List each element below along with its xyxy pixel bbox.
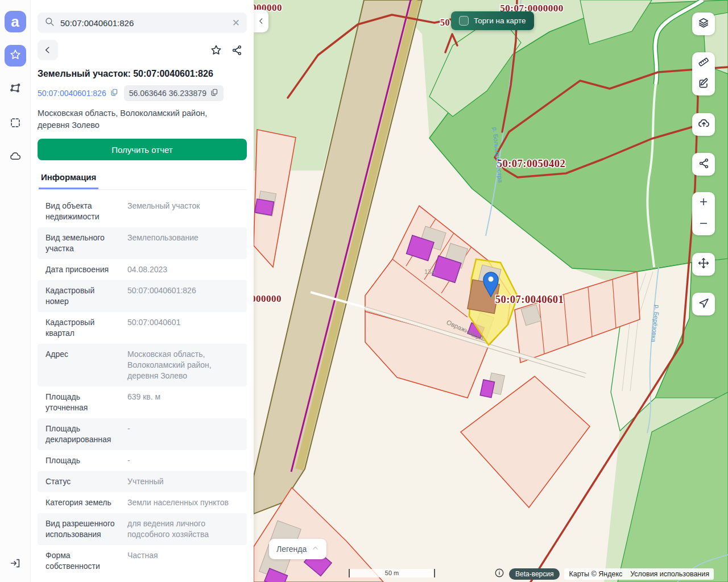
info-icon[interactable] — [494, 568, 504, 580]
layers-icon — [697, 16, 710, 31]
plus-icon — [698, 196, 709, 210]
zoom-out-button[interactable] — [692, 214, 715, 235]
row-value: 639 кв. м — [127, 392, 239, 413]
coordinates-chip[interactable]: 56.063646 36.233879 — [124, 85, 224, 101]
map-canvas[interactable]: 50:07:0000000 50:07:0000000 50 50:07:005… — [254, 0, 728, 582]
row-label: Вид земельного участка — [46, 232, 118, 254]
app-logo[interactable]: a — [5, 11, 26, 32]
app-logo-letter: a — [11, 14, 19, 29]
edit-icon — [697, 77, 710, 92]
legend-button[interactable]: Легенда — [269, 539, 326, 559]
row-value: Московская область, Волоколамский район,… — [127, 349, 239, 381]
table-row: СтатусУчтенный — [38, 471, 247, 492]
quarter-label-root-clipped-left: 50:07:0000000 — [254, 293, 282, 304]
table-row: Вид земельного участкаЗемлепользование — [38, 227, 247, 259]
edit-button[interactable] — [692, 74, 715, 95]
table-row: Вид разрешенного использованиядля ведени… — [38, 513, 247, 545]
row-label: Форма собственности — [46, 550, 118, 572]
dashed-square-icon — [9, 117, 22, 131]
table-row: Площадь- — [38, 450, 247, 471]
zoom-controls — [692, 192, 715, 235]
object-address: Московская область, Волоколамский район,… — [38, 107, 239, 131]
minus-icon — [698, 218, 709, 231]
clear-search-icon[interactable]: ✕ — [232, 18, 240, 28]
table-row: Дата присвоения04.08.2023 — [38, 259, 247, 280]
table-row: АдресМосковская область, Волоколамский р… — [38, 344, 247, 386]
row-label: Кадастровый номер — [46, 285, 118, 307]
row-label: Площадь декларированная — [46, 423, 118, 445]
sidebar-item-favorites[interactable] — [5, 45, 26, 66]
copy-icon[interactable] — [210, 88, 218, 98]
row-value: - — [127, 423, 239, 445]
upload-button[interactable] — [692, 113, 715, 136]
row-label: Кадастровый квартал — [46, 317, 118, 339]
share-button[interactable] — [226, 40, 247, 60]
get-report-button[interactable]: Получить отчет — [38, 139, 247, 160]
legend-button-label: Легенда — [276, 544, 307, 554]
row-label: Категория земель — [46, 497, 118, 508]
map-graphics: 50:07:0000000 50:07:0000000 50 50:07:005… — [254, 0, 728, 582]
move-icon — [697, 257, 710, 272]
favorite-button[interactable] — [206, 40, 226, 60]
table-row: Площадь уточненная639 кв. м — [38, 386, 247, 418]
table-row: Форма собственностиЧастная — [38, 545, 247, 577]
row-label: Вид объекта недвижимости — [46, 201, 118, 222]
auction-checkbox[interactable] — [459, 16, 469, 26]
sidebar-item-cloud[interactable] — [5, 147, 26, 169]
row-value: Земельный участок — [127, 201, 239, 222]
search-icon — [44, 16, 55, 29]
cadastral-number-chip[interactable]: 50:07:0040601:826 — [38, 88, 118, 98]
search-input[interactable] — [60, 18, 226, 28]
share-map-button[interactable] — [692, 153, 715, 176]
collapse-panel-button[interactable] — [254, 10, 268, 32]
polygon-icon — [9, 82, 22, 97]
table-row: Кадастровый квартал50:07:0040601 — [38, 312, 247, 344]
copy-icon[interactable] — [110, 88, 118, 98]
row-label: Площадь — [46, 455, 118, 466]
row-value: - — [127, 455, 239, 466]
row-value: Земли населенных пунктов — [127, 497, 239, 508]
pan-button[interactable] — [692, 253, 715, 276]
auction-toggle[interactable]: Торги на карте — [451, 11, 534, 30]
tab-information[interactable]: Информация — [39, 169, 98, 189]
map-attribution: Beta-версия Карты © Яндекс Условия испол… — [494, 568, 714, 580]
copyright-text: Карты © Яндекс — [569, 570, 622, 578]
quarter-label-40601: 50:07:0040601 — [495, 294, 564, 305]
ruler-icon — [697, 56, 710, 70]
terms-link[interactable]: Условия использования — [630, 570, 709, 578]
table-row: Категория земельЗемли населенных пунктов — [38, 492, 247, 513]
auction-toggle-label: Торги на карте — [474, 16, 526, 25]
star-icon — [9, 48, 22, 63]
ruler-button[interactable] — [692, 52, 715, 74]
row-value: Частная — [127, 550, 239, 572]
detail-panel: ✕ Земельный участок: 50:07:0040601:826 5… — [31, 0, 254, 582]
row-value: 04.08.2023 — [127, 264, 239, 275]
navigation-icon — [698, 297, 710, 311]
share-icon — [698, 157, 710, 172]
table-row: Вид объекта недвижимостиЗемельный участо… — [38, 196, 247, 227]
layers-button[interactable] — [692, 13, 715, 35]
row-value: Землепользование — [127, 232, 239, 254]
scale-bar: 50 m — [349, 569, 435, 577]
scale-label: 50 m — [385, 569, 399, 576]
row-label: Площадь уточненная — [46, 392, 118, 413]
locate-button[interactable] — [692, 293, 715, 315]
tabs: Информация — [38, 169, 247, 190]
sidebar-item-login[interactable] — [5, 554, 26, 575]
chevron-up-icon — [312, 544, 319, 554]
quarter-label-50402: 50:07:0050402 — [497, 158, 566, 169]
beta-badge: Beta-версия — [509, 568, 560, 580]
sidebar-item-polygon-select[interactable] — [5, 79, 26, 101]
row-value: 50:07:0040601 — [127, 317, 239, 339]
table-row: Кадастровый номер50:07:0040601:826 — [38, 280, 247, 312]
row-label: Вид разрешенного использования — [46, 518, 118, 540]
row-label: Дата присвоения — [46, 264, 118, 275]
back-button[interactable] — [38, 40, 58, 60]
row-value: для ведения личного подсобного хозяйства — [127, 518, 239, 540]
exit-icon — [9, 557, 22, 572]
measure-edit-group — [692, 52, 715, 95]
info-table: Вид объекта недвижимостиЗемельный участо… — [38, 196, 247, 577]
search-bar: ✕ — [38, 13, 247, 33]
sidebar-item-area-select[interactable] — [5, 113, 26, 135]
zoom-in-button[interactable] — [692, 192, 715, 214]
